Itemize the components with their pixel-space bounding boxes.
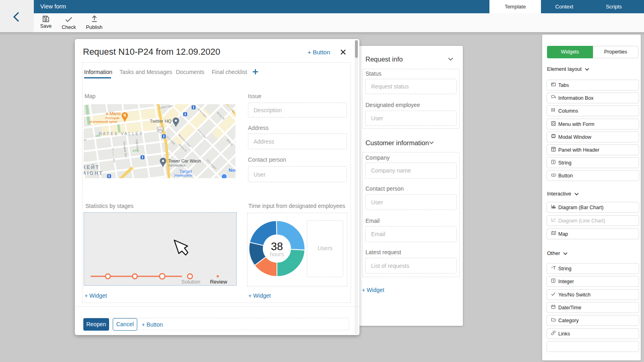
svg-text:Solution: Solution — [182, 279, 200, 285]
svg-text:Универмаг: Универмаг — [174, 173, 193, 177]
svg-text:Review: Review — [210, 279, 227, 285]
svg-text:Автомойка: Автомойка — [168, 163, 186, 167]
svg-text:AIGHT: AIGHT — [84, 171, 103, 176]
svg-text:Nor: Nor — [229, 168, 235, 173]
svg-text:итальянской кухни: итальянской кухни — [89, 120, 117, 123]
svg-text:КЕЙТ: КЕЙТ — [84, 164, 100, 170]
svg-text:Ресторан: Ресторан — [105, 116, 120, 120]
svg-text:a Mano: a Mano — [106, 111, 121, 116]
svg-text:ит: ит — [84, 138, 87, 141]
svg-text:Tower Car Wash: Tower Car Wash — [168, 158, 201, 163]
svg-text:101: 101 — [158, 128, 163, 131]
svg-text:HAYES VALLEY: HAYES VALLEY — [99, 132, 143, 136]
svg-text:Twitter HQ: Twitter HQ — [150, 119, 171, 123]
